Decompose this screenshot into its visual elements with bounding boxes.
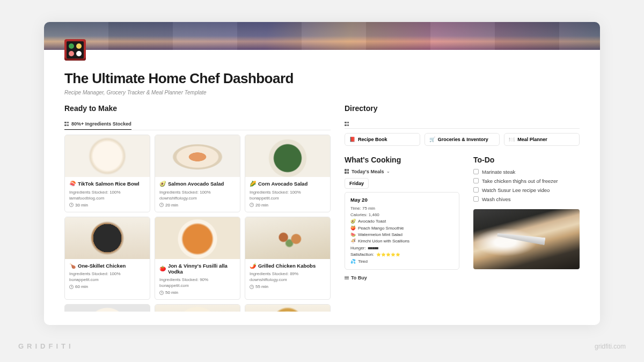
- recipe-name: Grilled Chicken Kabobs: [258, 263, 316, 269]
- gallery-icon[interactable]: [345, 122, 349, 127]
- dir-emoji: 🛒: [429, 137, 435, 142]
- day-label[interactable]: Friday: [345, 178, 369, 189]
- cover-image: [44, 22, 600, 50]
- clock-icon: [69, 203, 74, 207]
- recipe-emoji: 🍅: [159, 265, 166, 272]
- meal-name: Peach Mango Smoothie: [358, 225, 404, 232]
- todo-item[interactable]: Watch Susur Lee recipe video: [473, 186, 580, 195]
- recipe-image: [245, 217, 330, 259]
- recipe-source: iamafoodblog.com: [69, 196, 145, 201]
- clock-icon: [250, 285, 254, 289]
- hunger-value: ■■■■■: [368, 245, 378, 252]
- recipe-grid: 🍣TikTok Salmon Rice Bowl Ingredients Sto…: [64, 135, 331, 300]
- recipe-emoji: 🥑: [159, 181, 166, 188]
- recipe-emoji: 🍗: [69, 263, 76, 270]
- meal-card[interactable]: May 20 Time: 75 min Calories: 1,460 🥑Avo…: [345, 192, 459, 270]
- clock-icon: [159, 203, 164, 207]
- recipe-time: 60 min: [75, 284, 88, 289]
- recipe-time: 50 min: [165, 290, 178, 295]
- dir-emoji: 🍽️: [509, 137, 515, 142]
- view-tab-tobuy[interactable]: To Buy: [345, 275, 459, 280]
- recipe-card[interactable]: 🥑Salmon Avocado Salad Ingredients Stocke…: [155, 135, 240, 212]
- view-tab-label: 80%+ Ingredients Stocked: [71, 121, 131, 127]
- recipe-image: [155, 217, 240, 259]
- recipe-name: Salmon Avocado Salad: [168, 181, 224, 187]
- meal-calories: Calories: 1,460: [350, 212, 453, 218]
- view-tab-stocked[interactable]: 80%+ Ingredients Stocked: [64, 119, 131, 130]
- chevron-down-icon: ⌄: [386, 169, 390, 174]
- recipe-time: 20 min: [165, 203, 178, 208]
- todo-label: Wash chives: [482, 196, 511, 202]
- recipe-emoji: 🌶️: [250, 263, 256, 270]
- checkbox-icon[interactable]: [473, 187, 479, 193]
- recipe-time: 20 min: [255, 203, 268, 208]
- meal-name: Avocado Toast: [358, 218, 386, 225]
- recipe-time: 55 min: [255, 284, 268, 289]
- brand-mark-right: gridfiti.com: [595, 343, 626, 350]
- page-icon-bento[interactable]: [64, 39, 86, 61]
- mood-value: Tired: [358, 258, 368, 265]
- recipe-image: [65, 217, 150, 259]
- brand-mark-left: GRIDFITI: [18, 342, 74, 350]
- recipe-name: TikTok Salmon Rice Bowl: [78, 181, 140, 187]
- meal-name: Watermelon Mint Salad: [358, 232, 402, 238]
- todo-item[interactable]: Wash chives: [473, 195, 580, 204]
- recipe-stocked: Ingredients Stocked: 100%: [69, 271, 145, 276]
- ready-heading: Ready to Make: [64, 104, 331, 113]
- todo-item[interactable]: Marinate steak: [473, 167, 580, 176]
- embedded-image: [473, 209, 580, 269]
- checkbox-icon[interactable]: [473, 196, 479, 202]
- recipe-source: bonappetit.com: [250, 196, 326, 201]
- clock-icon: [159, 291, 164, 295]
- recipe-card[interactable]: 🌶️Grilled Chicken Kabobs Ingredients Sto…: [245, 217, 331, 300]
- recipe-source: bonappetit.com: [69, 277, 145, 282]
- dir-label: Meal Planner: [517, 137, 547, 142]
- directory-heading: Directory: [345, 104, 580, 113]
- todo-label: Take chicken thighs out of freezer: [482, 178, 558, 184]
- recipe-row-overflow: [64, 304, 331, 312]
- recipe-stocked: Ingredients Stocked: 90%: [159, 277, 236, 282]
- todo-item[interactable]: Take chicken thighs out of freezer: [473, 176, 580, 186]
- recipe-name: One-Skillet Chicken: [78, 263, 126, 269]
- meal-time: Time: 75 min: [350, 205, 453, 212]
- recipe-card[interactable]: 🍅Jon & Vinny's Fusilli alla Vodka Ingred…: [155, 217, 240, 300]
- view-tab-label: Today's Meals: [352, 169, 384, 174]
- dir-card-meal-planner[interactable]: 🍽️ Meal Planner: [504, 133, 580, 146]
- dir-emoji: 📕: [349, 137, 355, 142]
- clock-icon: [250, 203, 254, 207]
- recipe-source: downshiftology.com: [250, 277, 326, 282]
- checkbox-icon[interactable]: [473, 178, 479, 183]
- satisfaction-label: Satisfaction:: [350, 252, 374, 258]
- page-subtitle: Recipe Manager, Grocery Tracker & Meal P…: [64, 90, 580, 95]
- recipe-card[interactable]: 🌽Corn Avocado Salad Ingredients Stocked:…: [245, 135, 331, 212]
- recipe-stocked: Ingredients Stocked: 100%: [250, 190, 326, 195]
- recipe-time: 30 min: [75, 203, 88, 208]
- recipe-stocked: Ingredients Stocked: 100%: [69, 190, 145, 195]
- cooking-heading: What's Cooking: [345, 156, 459, 164]
- clock-icon: [69, 285, 74, 289]
- notion-page-frame: The Ultimate Home Chef Dashboard Recipe …: [44, 22, 600, 325]
- dir-card-recipe-book[interactable]: 📕 Recipe Book: [345, 133, 420, 146]
- todo-label: Marinate steak: [482, 169, 515, 175]
- view-tab-todays-meals[interactable]: Today's Meals ⌄: [345, 167, 459, 178]
- todo-label: Watch Susur Lee recipe video: [482, 187, 550, 193]
- satisfaction-value: ⭐⭐⭐⭐⭐: [376, 252, 400, 258]
- meal-name: Kimchi Udon with Scallions: [358, 238, 409, 245]
- checkbox-icon[interactable]: [473, 169, 479, 174]
- hunger-label: Hunger:: [350, 245, 365, 252]
- tobuy-label: To Buy: [351, 275, 367, 280]
- recipe-card[interactable]: 🍗One-Skillet Chicken Ingredients Stocked…: [64, 217, 150, 300]
- recipe-source: bonappetit.com: [159, 283, 236, 288]
- recipe-card[interactable]: 🍣TikTok Salmon Rice Bowl Ingredients Sto…: [64, 135, 150, 212]
- recipe-stocked: Ingredients Stocked: 100%: [159, 190, 236, 195]
- recipe-name: Jon & Vinny's Fusilli alla Vodka: [168, 263, 236, 276]
- recipe-image: [155, 135, 240, 177]
- list-icon: [345, 276, 349, 280]
- gallery-icon: [345, 169, 349, 174]
- todo-heading: To-Do: [473, 156, 580, 164]
- recipe-image: [65, 135, 150, 177]
- recipe-emoji: 🌽: [250, 181, 256, 188]
- dir-card-groceries[interactable]: 🛒 Groceries & Inventory: [425, 133, 500, 146]
- page-title[interactable]: The Ultimate Home Chef Dashboard: [64, 70, 580, 87]
- recipe-stocked: Ingredients Stocked: 89%: [250, 271, 326, 276]
